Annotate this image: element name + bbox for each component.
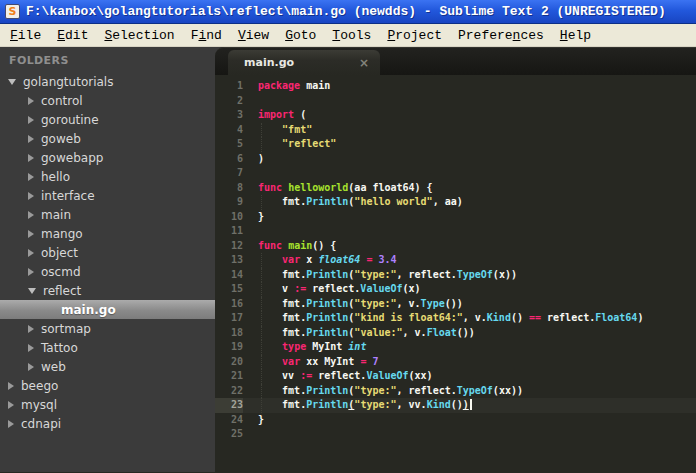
code-line-content[interactable]: fmt.Println("type:", v.Type()) (243, 297, 463, 312)
code-line-content[interactable]: var x float64 = 3.4 (243, 253, 397, 268)
code-line-content[interactable]: fmt.Println("type:", vv.Kind()) (243, 398, 472, 413)
sidebar-item-cdnapi[interactable]: cdnapi (0, 414, 215, 433)
code-line-content[interactable]: } (243, 210, 264, 225)
line-number: 6 (215, 152, 243, 167)
code-line-content[interactable]: "fmt" (243, 123, 312, 138)
tree-item-label: goroutine (41, 113, 99, 127)
code-line: 3import ( (215, 108, 696, 123)
line-number: 10 (215, 210, 243, 225)
code-line-content[interactable]: package main (243, 79, 330, 94)
menu-item-goto[interactable]: Goto (277, 26, 324, 45)
code-line-content[interactable]: import ( (243, 108, 306, 123)
tree-item-label: main.go (61, 303, 116, 317)
sidebar-item-web[interactable]: web (0, 357, 215, 376)
sidebar-item-control[interactable]: control (0, 91, 215, 110)
folders-header: FOLDERS (0, 47, 215, 72)
line-number: 1 (215, 79, 243, 94)
sidebar-item-reflect[interactable]: reflect (0, 281, 215, 300)
sidebar-item-object[interactable]: object (0, 243, 215, 262)
menu-item-edit[interactable]: Edit (49, 26, 96, 45)
sidebar-item-beego[interactable]: beego (0, 376, 215, 395)
sidebar-item-interface[interactable]: interface (0, 186, 215, 205)
chevron-down-icon[interactable] (28, 288, 36, 294)
sidebar: FOLDERS golangtutorialscontrolgoroutineg… (0, 47, 215, 472)
chevron-right-icon[interactable] (28, 154, 34, 162)
sidebar-item-mango[interactable]: mango (0, 224, 215, 243)
code-line-content[interactable]: ) (243, 152, 264, 167)
sidebar-item-gowebapp[interactable]: gowebapp (0, 148, 215, 167)
line-number: 19 (215, 340, 243, 355)
chevron-right-icon[interactable] (28, 363, 34, 371)
line-number: 15 (215, 282, 243, 297)
window-body: FOLDERS golangtutorialscontrolgoroutineg… (0, 47, 696, 472)
window-titlebar[interactable]: S F:\kanbox\golangtutorials\reflect\main… (0, 0, 696, 24)
menu-item-selection[interactable]: Selection (96, 26, 182, 45)
code-line-content[interactable]: fmt.Println("type:", reflect.TypeOf(xx)) (243, 384, 523, 399)
code-line-content[interactable]: fmt.Println("hello world", aa) (243, 195, 463, 210)
sidebar-item-main-go[interactable]: main.go (0, 300, 215, 319)
code-line: 16 fmt.Println("type:", v.Type()) (215, 297, 696, 312)
sidebar-item-main[interactable]: main (0, 205, 215, 224)
chevron-right-icon[interactable] (28, 249, 34, 257)
code-line-content[interactable]: vv := reflect.ValueOf(xx) (243, 369, 433, 384)
chevron-right-icon[interactable] (8, 401, 14, 409)
line-number: 23 (215, 398, 243, 413)
chevron-right-icon[interactable] (28, 192, 34, 200)
sidebar-item-goroutine[interactable]: goroutine (0, 110, 215, 129)
code-line-content[interactable] (243, 166, 258, 181)
menu-item-file[interactable]: File (2, 26, 49, 45)
sidebar-item-mysql[interactable]: mysql (0, 395, 215, 414)
menu-item-find[interactable]: Find (183, 26, 230, 45)
menu-item-project[interactable]: Project (379, 26, 450, 45)
code-area[interactable]: 1package main23import (4 "fmt"5 "reflect… (215, 75, 696, 472)
chevron-right-icon[interactable] (28, 116, 34, 124)
chevron-right-icon[interactable] (28, 173, 34, 181)
tab-main-go[interactable]: main.go × (228, 50, 380, 75)
code-line-content[interactable]: fmt.Println("type:", reflect.TypeOf(x)) (243, 268, 517, 283)
close-icon[interactable]: × (359, 56, 369, 70)
code-line-content[interactable]: fmt.Println("value:", v.Float()) (243, 326, 475, 341)
code-line-content[interactable]: var xx MyInt = 7 (243, 355, 378, 370)
code-line: 24} (215, 413, 696, 428)
menu-item-preferences[interactable]: Preferences (450, 26, 552, 45)
code-line-content[interactable]: type MyInt int (243, 340, 366, 355)
code-line-content[interactable] (243, 427, 258, 442)
menu-item-view[interactable]: View (230, 26, 277, 45)
tree-item-label: interface (41, 189, 95, 203)
code-line-content[interactable]: func main() { (243, 239, 336, 254)
tab-bar: main.go × (215, 47, 696, 75)
sidebar-item-golangtutorials[interactable]: golangtutorials (0, 72, 215, 91)
chevron-right-icon[interactable] (28, 230, 34, 238)
chevron-right-icon[interactable] (8, 382, 14, 390)
sublime-text-icon[interactable]: S (5, 4, 20, 19)
code-line-content[interactable]: func helloworld(aa float64) { (243, 181, 433, 196)
chevron-right-icon[interactable] (28, 97, 34, 105)
menu-item-help[interactable]: Help (552, 26, 599, 45)
chevron-right-icon[interactable] (28, 268, 34, 276)
chevron-right-icon[interactable] (8, 420, 14, 428)
sidebar-item-tattoo[interactable]: Tattoo (0, 338, 215, 357)
menu-item-tools[interactable]: Tools (324, 26, 379, 45)
chevron-right-icon[interactable] (28, 325, 34, 333)
code-line-content[interactable] (243, 94, 258, 109)
chevron-right-icon[interactable] (28, 135, 34, 143)
code-line-content[interactable]: "reflect" (243, 137, 336, 152)
code-line-content[interactable]: } (243, 413, 264, 428)
sidebar-item-sortmap[interactable]: sortmap (0, 319, 215, 338)
chevron-right-icon[interactable] (28, 344, 34, 352)
code-line: 21 vv := reflect.ValueOf(xx) (215, 369, 696, 384)
code-line-content[interactable]: fmt.Println("kind is float64:", v.Kind()… (243, 311, 643, 326)
code-line: 9 fmt.Println("hello world", aa) (215, 195, 696, 210)
line-number: 16 (215, 297, 243, 312)
code-line: 5 "reflect" (215, 137, 696, 152)
tab-label: main.go (244, 56, 359, 69)
sidebar-item-hello[interactable]: hello (0, 167, 215, 186)
chevron-down-icon[interactable] (8, 79, 16, 85)
code-line-content[interactable]: v := reflect.ValueOf(x) (243, 282, 421, 297)
chevron-right-icon[interactable] (28, 211, 34, 219)
tree-item-label: hello (41, 170, 70, 184)
code-line: 20 var xx MyInt = 7 (215, 355, 696, 370)
sidebar-item-goweb[interactable]: goweb (0, 129, 215, 148)
sidebar-item-oscmd[interactable]: oscmd (0, 262, 215, 281)
code-line-content[interactable] (243, 224, 258, 239)
